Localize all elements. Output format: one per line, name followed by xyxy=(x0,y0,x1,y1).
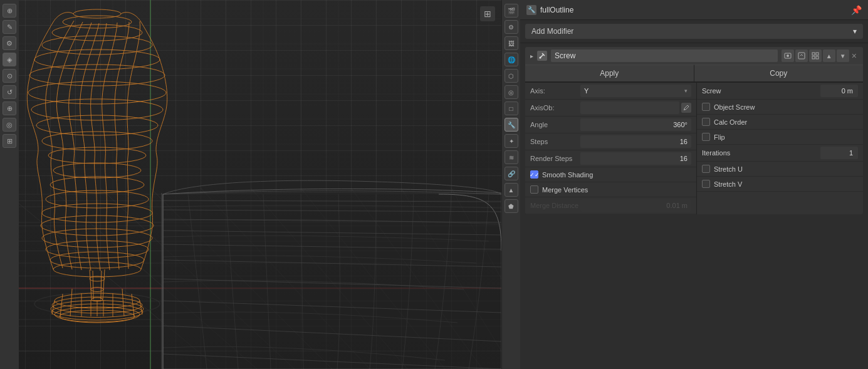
tool-btn-6[interactable]: ↺ xyxy=(3,85,16,99)
merge-distance-value: 0.01 m xyxy=(580,199,691,212)
scene-svg xyxy=(0,0,501,369)
stretch-v-label: Stretch V xyxy=(714,180,742,188)
modifier-body: Axis: Y ▾ AxisOb: xyxy=(525,82,863,214)
iterations-row: Iterations 1 xyxy=(697,145,863,162)
stretch-u-label: Stretch U xyxy=(714,165,743,173)
axis-ob-value[interactable] xyxy=(580,101,679,114)
render-steps-row: Render Steps 16 xyxy=(525,150,696,167)
svg-point-96 xyxy=(540,57,541,59)
svg-line-66 xyxy=(103,269,105,299)
angle-value[interactable]: 360° xyxy=(580,118,691,131)
calc-order-row: Calc Order xyxy=(697,115,863,130)
move-down-btn[interactable]: ▼ xyxy=(837,49,849,62)
object-screw-label: Object Screw xyxy=(714,103,755,111)
merge-vertices-checkbox[interactable] xyxy=(530,185,538,194)
copy-button[interactable]: Copy xyxy=(694,65,864,81)
tool-btn-7[interactable]: ⊕ xyxy=(3,101,16,115)
properties-panel: 🎬 ⚙ 🖼 🌐 ⬡ ◎ □ 🔧 ✦ ≋ 🔗 ▲ ⬟ 🔧 fullOutline … xyxy=(501,0,868,369)
icon-btn-view[interactable]: ⬡ xyxy=(505,69,518,83)
iterations-value[interactable]: 1 xyxy=(820,147,858,159)
modifier-section-screw: ▸ xyxy=(525,47,863,214)
modifier-icon xyxy=(537,51,547,61)
screw-row: Screw 0 m xyxy=(697,83,863,100)
stretch-v-row: Stretch V xyxy=(697,177,863,192)
smooth-shading-checkbox[interactable]: ✓ xyxy=(530,170,538,179)
icon-btn-modifier[interactable]: 🔧 xyxy=(505,118,518,132)
icon-btn-world[interactable]: ◎ xyxy=(505,85,518,99)
icon-btn-render[interactable]: 🖼 xyxy=(505,36,518,50)
axis-select[interactable]: Y ▾ xyxy=(580,85,691,97)
viewport-grid-icon[interactable]: ⊞ xyxy=(480,6,495,21)
tool-btn-8[interactable]: ◎ xyxy=(3,118,16,132)
tool-btn-3[interactable]: ⚙ xyxy=(3,36,16,50)
svg-point-46 xyxy=(41,216,154,236)
smooth-shading-label: Smooth Shading xyxy=(542,171,593,179)
svg-point-61 xyxy=(73,9,121,18)
svg-line-67 xyxy=(93,271,93,299)
render-steps-value[interactable]: 16 xyxy=(580,152,691,165)
move-up-btn[interactable]: ▲ xyxy=(823,49,835,62)
tool-btn-1[interactable]: ⊕ xyxy=(3,4,16,18)
angle-label: Angle xyxy=(530,121,580,128)
icon-btn-constraints[interactable]: 🔗 xyxy=(505,167,518,180)
svg-point-53 xyxy=(36,115,158,135)
iterations-label: Iterations xyxy=(702,149,817,157)
apply-button[interactable]: Apply xyxy=(525,65,694,81)
svg-point-52 xyxy=(42,132,152,150)
stretch-u-checkbox[interactable] xyxy=(702,165,710,173)
modifier-name-input[interactable] xyxy=(551,49,778,62)
axis-value: Y xyxy=(584,87,588,95)
viewport-icon-btn[interactable] xyxy=(795,49,808,62)
svg-line-104 xyxy=(684,109,685,110)
add-modifier-button[interactable]: Add Modifier ▾ xyxy=(525,24,863,39)
icon-sidebar: 🎬 ⚙ 🖼 🌐 ⬡ ◎ □ 🔧 ✦ ≋ 🔗 ▲ ⬟ xyxy=(501,0,520,369)
icon-btn-data[interactable]: ▲ xyxy=(505,183,518,197)
tool-btn-4[interactable]: ◈ xyxy=(3,53,16,66)
panel-title: fullOutline xyxy=(540,6,573,14)
calc-order-label: Calc Order xyxy=(714,118,747,126)
svg-rect-100 xyxy=(812,53,815,55)
svg-point-54 xyxy=(31,99,163,120)
icon-btn-output[interactable]: 🌐 xyxy=(505,53,518,66)
icon-btn-camera[interactable]: 🎬 xyxy=(505,4,518,18)
render-icon-btn[interactable] xyxy=(782,49,794,62)
pin-icon[interactable]: 📌 xyxy=(851,5,862,15)
screw-value[interactable]: 0 m xyxy=(820,85,858,97)
tool-btn-2[interactable]: ✎ xyxy=(3,20,16,34)
render-steps-label: Render Steps xyxy=(530,155,580,162)
tool-btn-9[interactable]: ⊞ xyxy=(3,134,16,148)
icon-btn-object[interactable]: □ xyxy=(505,101,518,115)
flip-checkbox[interactable] xyxy=(702,133,710,141)
modifier-close-btn[interactable]: × xyxy=(850,51,858,61)
icon-btn-physics[interactable]: ≋ xyxy=(505,150,518,164)
tool-btn-5[interactable]: ⊙ xyxy=(3,69,16,83)
viewport-canvas: ⊞ xyxy=(0,0,501,369)
edit-icon-btn[interactable] xyxy=(809,49,822,62)
stretch-u-row: Stretch U xyxy=(697,162,863,177)
screw-label: Screw xyxy=(702,87,817,95)
steps-value[interactable]: 16 xyxy=(580,135,691,148)
icon-btn-scene[interactable]: ⚙ xyxy=(505,20,518,34)
modifier-actions: ▲ ▼ × xyxy=(782,49,858,62)
axis-ob-label: AxisOb: xyxy=(530,104,580,112)
svg-point-98 xyxy=(787,55,789,57)
icon-btn-material[interactable]: ⬟ xyxy=(505,199,518,213)
axis-ob-row: AxisOb: xyxy=(525,100,696,117)
svg-line-65 xyxy=(90,269,92,299)
properties-content: 🔧 fullOutline 📌 Add Modifier ▾ ▸ xyxy=(520,0,868,369)
icon-btn-particles[interactable]: ✦ xyxy=(505,134,518,148)
object-screw-checkbox[interactable] xyxy=(702,103,710,111)
svg-point-42 xyxy=(53,262,141,277)
calc-order-checkbox[interactable] xyxy=(702,118,710,126)
add-modifier-arrow: ▾ xyxy=(853,27,857,36)
eyedropper-icon[interactable] xyxy=(681,103,691,113)
3d-viewport[interactable]: ⊞ ⊕ ✎ ⚙ ◈ ⊙ ↺ ⊕ ◎ ⊞ xyxy=(0,0,501,369)
right-props: Screw 0 m Object Screw Calc Order xyxy=(697,83,863,214)
stretch-v-checkbox[interactable] xyxy=(702,180,710,188)
angle-row: Angle 360° xyxy=(525,117,696,133)
flip-row: Flip xyxy=(697,130,863,145)
panel-header-left: 🔧 fullOutline xyxy=(526,5,573,15)
modifier-collapse-arrow[interactable]: ▸ xyxy=(530,53,533,60)
action-row: Apply Copy xyxy=(525,65,863,82)
add-modifier-row: Add Modifier ▾ xyxy=(520,20,868,43)
